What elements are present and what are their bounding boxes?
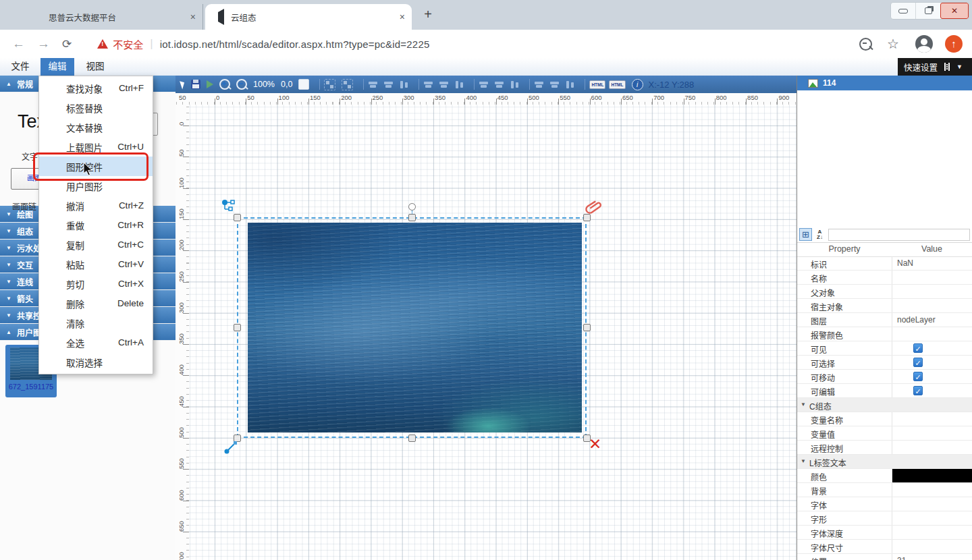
property-row[interactable]: 父对象 xyxy=(797,285,972,299)
align-top-icon[interactable] xyxy=(423,80,433,89)
property-row[interactable]: 图层nodeLayer xyxy=(797,313,972,327)
property-row[interactable]: 字体深度 xyxy=(797,526,972,540)
selection-box[interactable] xyxy=(237,217,587,438)
html-export-icon[interactable]: HTML xyxy=(589,80,605,89)
menu-item-14[interactable]: 全选Ctrl+A xyxy=(39,333,153,352)
menu-item-2[interactable]: 标签替换 xyxy=(39,98,153,117)
delete-x-icon[interactable]: ✕ xyxy=(589,435,601,453)
resize-handle-e[interactable] xyxy=(583,324,591,331)
menu-item-8[interactable]: 重做Ctrl+R xyxy=(39,215,153,235)
line-anchor-icon[interactable] xyxy=(224,439,239,454)
new-tab-button[interactable]: + xyxy=(418,5,437,24)
property-row[interactable]: 字体 xyxy=(797,497,972,511)
property-row[interactable]: 可选择✓ xyxy=(797,356,972,370)
same-size-icon[interactable] xyxy=(510,80,520,89)
screen-list-item[interactable]: 114 xyxy=(797,76,972,90)
profile-avatar[interactable] xyxy=(915,35,933,53)
menu-item-15[interactable]: 取消选择 xyxy=(39,352,153,372)
property-row[interactable]: 颜色 xyxy=(797,469,972,483)
connect-anchor-icon[interactable] xyxy=(221,199,238,215)
menu-item-12[interactable]: 删除Delete xyxy=(39,293,153,313)
resize-handle-w[interactable] xyxy=(234,324,241,331)
align-bottom-icon[interactable] xyxy=(454,80,464,89)
browser-tab-scada[interactable]: 云组态 × xyxy=(205,4,412,30)
url-text[interactable]: iot.idosp.net/html/scada/editor.aspx.htm… xyxy=(160,38,430,50)
menu-view[interactable]: 视图 xyxy=(80,58,111,76)
property-row[interactable]: 背景 xyxy=(797,483,972,497)
resize-handle-s[interactable] xyxy=(408,435,416,442)
property-row[interactable]: 变量名称 xyxy=(797,412,972,426)
insecure-warning-label[interactable]: 不安全 xyxy=(113,37,143,51)
property-row[interactable]: 位置31 xyxy=(797,554,972,560)
grid-snap-toggle[interactable] xyxy=(298,79,309,90)
property-group-row[interactable]: ▼C组态 xyxy=(797,398,972,412)
tab-close-icon[interactable]: × xyxy=(190,11,196,22)
bookmark-star-icon[interactable]: ☆ xyxy=(887,36,899,52)
select-cursor-icon[interactable] xyxy=(180,80,186,89)
menu-item-7[interactable]: 撤消Ctrl+Z xyxy=(39,196,153,215)
zoom-out-icon[interactable] xyxy=(236,79,247,90)
html-import-icon[interactable]: HTML xyxy=(609,80,625,89)
run-preview-icon[interactable] xyxy=(207,80,213,88)
property-row[interactable]: 可见✓ xyxy=(797,341,972,356)
property-row[interactable]: 标识NaN xyxy=(797,256,972,271)
quick-settings-button[interactable]: 快速设置 ▼ xyxy=(898,58,972,76)
distribute-vertical-icon[interactable] xyxy=(549,80,560,89)
checkbox-checked[interactable]: ✓ xyxy=(913,372,923,381)
browser-tab-platform[interactable]: 思普云大数据平台 × xyxy=(32,4,203,30)
property-row[interactable]: 字体尺寸 xyxy=(797,540,972,554)
resize-handle-n[interactable] xyxy=(408,214,416,221)
property-value[interactable]: nodeLayer xyxy=(897,315,936,325)
color-swatch[interactable] xyxy=(892,469,972,482)
checkbox-checked[interactable]: ✓ xyxy=(913,358,923,367)
property-row[interactable]: 报警颜色 xyxy=(797,327,972,341)
property-row[interactable]: 名称 xyxy=(797,271,972,285)
checkbox-checked[interactable]: ✓ xyxy=(913,343,923,353)
same-width-icon[interactable] xyxy=(479,80,489,89)
property-value[interactable]: NaN xyxy=(897,258,913,268)
zoom-out-icon[interactable] xyxy=(859,38,872,51)
info-icon[interactable]: i xyxy=(632,79,643,90)
browser-update-icon[interactable]: ↑ xyxy=(945,35,963,53)
distribute-horizontal-icon[interactable] xyxy=(534,80,544,89)
design-canvas[interactable]: ✕ xyxy=(189,105,796,560)
window-minimize-button[interactable] xyxy=(891,3,915,19)
property-row[interactable]: 宿主对象 xyxy=(797,299,972,313)
property-row[interactable]: 变量值 xyxy=(797,426,972,441)
ungroup-icon[interactable] xyxy=(342,79,353,90)
checkbox-checked[interactable]: ✓ xyxy=(913,386,923,395)
property-row[interactable]: 远程控制 xyxy=(797,441,972,455)
back-icon[interactable]: ← xyxy=(12,36,25,51)
align-center-icon[interactable] xyxy=(383,80,394,89)
property-row[interactable]: 可移动✓ xyxy=(797,370,972,384)
tab-close-icon[interactable]: × xyxy=(400,11,405,22)
url-field[interactable]: 不安全 | iot.idosp.net/html/scada/editor.as… xyxy=(97,37,859,51)
menu-item-10[interactable]: 粘贴Ctrl+V xyxy=(39,254,153,274)
property-group-row[interactable]: ▼L标签文本 xyxy=(797,455,972,469)
zoom-in-icon[interactable] xyxy=(219,79,230,90)
property-filter-field[interactable] xyxy=(828,229,970,241)
menu-item-1[interactable]: 查找对象Ctrl+F xyxy=(39,78,153,98)
align-middle-icon[interactable] xyxy=(439,80,449,89)
menu-edit[interactable]: 编辑 xyxy=(40,58,74,76)
menu-file[interactable]: 文件 xyxy=(5,58,35,76)
group-icon[interactable] xyxy=(324,79,335,90)
alphabetical-sort-button[interactable]: AZ↓ xyxy=(813,228,826,241)
menu-item-11[interactable]: 剪切Ctrl+X xyxy=(39,274,153,293)
same-height-icon[interactable] xyxy=(494,80,504,89)
save-icon[interactable] xyxy=(191,80,200,89)
align-left-icon[interactable] xyxy=(368,80,378,89)
equal-spacing-icon[interactable] xyxy=(565,80,575,89)
categorized-view-button[interactable]: ⊞ xyxy=(799,228,812,241)
property-row[interactable]: 可编辑✓ xyxy=(797,384,972,398)
align-right-icon[interactable] xyxy=(399,80,409,89)
property-value[interactable]: 31 xyxy=(897,556,906,560)
forward-icon[interactable]: → xyxy=(37,36,50,51)
menu-item-9[interactable]: 复制Ctrl+C xyxy=(39,235,153,254)
window-restore-button[interactable] xyxy=(915,3,940,19)
reload-icon[interactable]: ⟳ xyxy=(62,37,72,51)
menu-item-13[interactable]: 清除 xyxy=(39,313,153,333)
property-row[interactable]: 字形 xyxy=(797,511,972,526)
menu-item-3[interactable]: 文本替换 xyxy=(39,117,153,137)
rotation-handle[interactable] xyxy=(408,203,416,211)
